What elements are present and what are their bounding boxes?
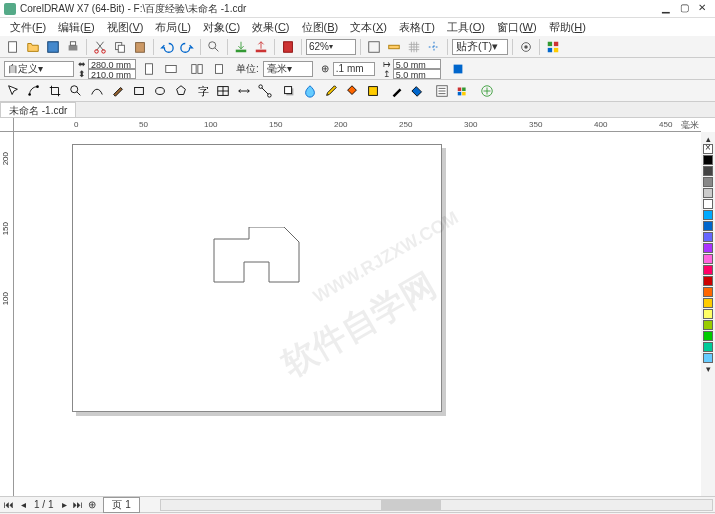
current-page-button[interactable] [210, 60, 228, 78]
fullscreen-button[interactable] [365, 38, 383, 56]
color-swatch[interactable] [703, 254, 713, 264]
menu-c[interactable]: 效果(C) [246, 20, 295, 35]
object-properties-button[interactable] [433, 82, 451, 100]
color-swatch[interactable] [703, 155, 713, 165]
publish-pdf-button[interactable] [279, 38, 297, 56]
interactive-fill-tool[interactable] [343, 82, 361, 100]
color-swatch[interactable] [703, 309, 713, 319]
dup-y-input[interactable]: 5.0 mm [393, 69, 441, 79]
color-swatch[interactable] [703, 232, 713, 242]
snap-dropdown[interactable]: 贴齐(T) ▾ [452, 39, 508, 55]
all-pages-button[interactable] [188, 60, 206, 78]
menu-c[interactable]: 对象(C) [197, 20, 246, 35]
color-swatch[interactable] [703, 298, 713, 308]
menu-h[interactable]: 帮助(H) [543, 20, 592, 35]
export-button[interactable] [252, 38, 270, 56]
page-height-input[interactable]: 210.0 mm [88, 69, 136, 79]
table-tool[interactable] [214, 82, 232, 100]
color-swatch[interactable] [703, 243, 713, 253]
color-swatch[interactable] [703, 331, 713, 341]
color-swatch[interactable] [703, 166, 713, 176]
print-button[interactable] [64, 38, 82, 56]
color-swatch[interactable] [703, 177, 713, 187]
menu-o[interactable]: 工具(O) [441, 20, 491, 35]
menu-e[interactable]: 编辑(E) [52, 20, 101, 35]
treat-as-filled-button[interactable] [449, 60, 467, 78]
outline-pen-tool[interactable] [388, 82, 406, 100]
color-swatch[interactable] [703, 320, 713, 330]
portrait-button[interactable] [140, 60, 158, 78]
undo-button[interactable] [158, 38, 176, 56]
drawn-shape[interactable] [204, 227, 304, 307]
page-next-button[interactable]: ▸ [57, 499, 71, 510]
save-button[interactable] [44, 38, 62, 56]
menu-t[interactable]: 表格(T) [393, 20, 441, 35]
color-swatch[interactable] [703, 276, 713, 286]
connector-tool[interactable] [256, 82, 274, 100]
dup-x-input[interactable]: 5.0 mm [393, 59, 441, 69]
document-tab[interactable]: 未命名 -1.cdr [0, 102, 76, 117]
color-swatch[interactable] [703, 199, 713, 209]
canvas[interactable]: 软件自学网 WWW.RJZXW.COM [14, 132, 701, 496]
menu-f[interactable]: 文件(F) [4, 20, 52, 35]
import-button[interactable] [232, 38, 250, 56]
add-button[interactable] [478, 82, 496, 100]
color-swatch[interactable] [703, 188, 713, 198]
crop-tool[interactable] [46, 82, 64, 100]
palette-down-arrow[interactable]: ▾ [706, 364, 711, 374]
page-tab[interactable]: 页 1 [103, 497, 139, 513]
page-last-button[interactable]: ⏭ [71, 499, 85, 510]
polygon-tool[interactable] [172, 82, 190, 100]
rectangle-tool[interactable] [130, 82, 148, 100]
h-scrollbar[interactable] [160, 499, 713, 511]
nudge-input[interactable]: .1 mm [333, 62, 375, 76]
menu-x[interactable]: 文本(X) [344, 20, 393, 35]
app-launcher-button[interactable] [544, 38, 562, 56]
page-prev-button[interactable]: ◂ [16, 499, 30, 510]
cut-button[interactable] [91, 38, 109, 56]
page-preset-dropdown[interactable]: 自定义 ▾ [4, 61, 74, 77]
guideline-button[interactable] [425, 38, 443, 56]
artistic-media-tool[interactable] [109, 82, 127, 100]
freehand-tool[interactable] [88, 82, 106, 100]
ellipse-tool[interactable] [151, 82, 169, 100]
units-dropdown[interactable]: 毫米 ▾ [263, 61, 313, 77]
ruler-horizontal[interactable]: 毫米 050100150200250300350400450 [14, 118, 701, 132]
no-color-swatch[interactable] [703, 144, 713, 154]
transparency-tool[interactable] [301, 82, 319, 100]
page-first-button[interactable]: ⏮ [2, 499, 16, 510]
options-button[interactable] [517, 38, 535, 56]
color-swatch[interactable] [703, 342, 713, 352]
grid-button[interactable] [405, 38, 423, 56]
zoom-level[interactable]: 62%▾ [306, 39, 356, 55]
menu-w[interactable]: 窗口(W) [491, 20, 543, 35]
maximize-button[interactable]: ▢ [675, 2, 693, 16]
search-button[interactable] [205, 38, 223, 56]
ruler-vertical[interactable]: 200150100 [0, 132, 14, 496]
object-styles-button[interactable] [454, 82, 472, 100]
paste-button[interactable] [131, 38, 149, 56]
fill-tool[interactable] [409, 82, 427, 100]
zoom-tool[interactable] [67, 82, 85, 100]
color-swatch[interactable] [703, 221, 713, 231]
rulers-button[interactable] [385, 38, 403, 56]
pick-tool[interactable] [4, 82, 22, 100]
minimize-button[interactable]: ▁ [657, 2, 675, 16]
color-swatch[interactable] [703, 210, 713, 220]
copy-button[interactable] [111, 38, 129, 56]
color-swatch[interactable] [703, 265, 713, 275]
redo-button[interactable] [178, 38, 196, 56]
landscape-button[interactable] [162, 60, 180, 78]
open-button[interactable] [24, 38, 42, 56]
close-button[interactable]: ✕ [693, 2, 711, 16]
drop-shadow-tool[interactable] [280, 82, 298, 100]
menu-b[interactable]: 位图(B) [296, 20, 345, 35]
shape-tool[interactable] [25, 82, 43, 100]
color-eyedropper-tool[interactable] [322, 82, 340, 100]
menu-v[interactable]: 视图(V) [101, 20, 150, 35]
text-tool[interactable]: 字 [193, 82, 211, 100]
page-width-input[interactable]: 280.0 mm [88, 59, 136, 69]
new-button[interactable] [4, 38, 22, 56]
smart-fill-tool[interactable] [364, 82, 382, 100]
page-add-button[interactable]: ⊕ [85, 499, 99, 510]
